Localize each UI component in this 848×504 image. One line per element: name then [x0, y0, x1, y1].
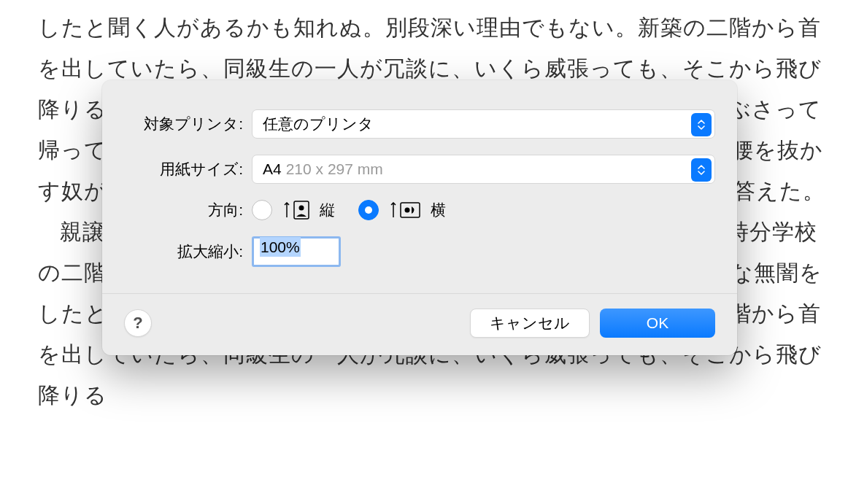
page-setup-dialog: 対象プリンタ: 任意のプリンタ 用紙サイズ: A4 210 x 297 mm	[102, 80, 737, 355]
orientation-landscape-radio[interactable]	[358, 200, 379, 220]
ok-button[interactable]: OK	[600, 309, 715, 338]
printer-select[interactable]: 任意のプリンタ	[252, 109, 715, 139]
svg-point-3	[405, 208, 410, 213]
orientation-portrait-label: 縦	[320, 200, 335, 220]
portrait-icon	[282, 201, 309, 220]
orientation-group: 縦 横	[252, 200, 459, 220]
cancel-button[interactable]: キャンセル	[470, 309, 590, 338]
dropdown-arrows-icon	[691, 113, 712, 136]
paper-size-value: A4	[263, 160, 282, 178]
dialog-overlay: 対象プリンタ: 任意のプリンタ 用紙サイズ: A4 210 x 297 mm	[0, 0, 848, 504]
scale-input[interactable]: 100%	[252, 236, 341, 267]
orientation-portrait-radio[interactable]	[252, 200, 272, 220]
printer-label: 対象プリンタ:	[124, 114, 252, 134]
help-icon: ?	[133, 314, 142, 333]
orientation-label: 方向:	[124, 200, 252, 220]
orientation-landscape-label: 横	[431, 200, 446, 220]
paper-size-select[interactable]: A4 210 x 297 mm	[252, 155, 715, 184]
scale-value: 100%	[260, 237, 301, 257]
paper-size-dimensions: 210 x 297 mm	[286, 160, 383, 178]
help-button[interactable]: ?	[124, 309, 152, 337]
paper-size-row: 用紙サイズ: A4 210 x 297 mm	[124, 155, 715, 184]
printer-value: 任意のプリンタ	[263, 114, 374, 134]
svg-rect-2	[401, 203, 420, 217]
dropdown-arrows-icon	[691, 158, 712, 182]
paper-size-label: 用紙サイズ:	[124, 159, 252, 179]
dialog-body: 対象プリンタ: 任意のプリンタ 用紙サイズ: A4 210 x 297 mm	[102, 80, 737, 293]
scale-row: 拡大縮小: 100%	[124, 236, 715, 267]
landscape-icon	[389, 202, 420, 218]
orientation-row: 方向: 縦 横	[124, 200, 715, 220]
scale-label: 拡大縮小:	[124, 241, 252, 262]
svg-point-1	[299, 206, 304, 211]
printer-row: 対象プリンタ: 任意のプリンタ	[124, 109, 715, 139]
dialog-footer: ? キャンセル OK	[102, 293, 737, 355]
